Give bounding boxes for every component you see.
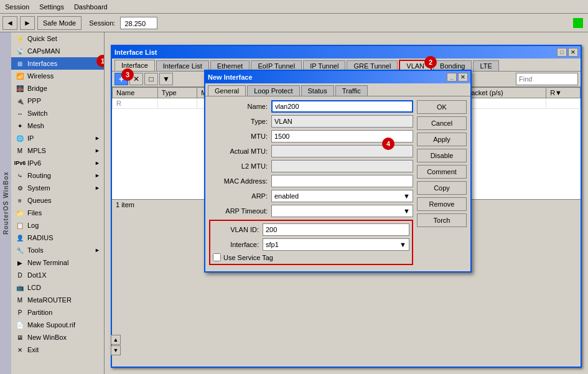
menu-settings[interactable]: Settings <box>34 2 69 12</box>
arp-label: ARP: <box>209 192 271 200</box>
sidebar-item-radius[interactable]: 👤 RADIUS <box>11 231 104 244</box>
dialog-close-button[interactable]: ✕ <box>458 73 468 82</box>
find-input[interactable] <box>516 73 578 85</box>
mpls-icon: M <box>15 146 25 156</box>
sidebar-label-wireless: Wireless <box>27 72 54 80</box>
sidebar-label-lcd: LCD <box>27 284 41 291</box>
sidebar-item-tools[interactable]: 🔧 Tools ► <box>11 244 104 256</box>
cell-type <box>157 98 197 109</box>
sidebar-item-ppp[interactable]: 🔌 PPP <box>11 95 104 107</box>
disable-button[interactable]: Disable <box>417 149 467 162</box>
arp-timeout-select[interactable]: ▼ <box>271 205 413 217</box>
vlan-id-input[interactable] <box>263 223 409 236</box>
apply-button[interactable]: Apply <box>417 133 467 146</box>
copy-button[interactable]: Copy <box>417 181 467 195</box>
sidebar-item-metarouter[interactable]: M MetaROUTER <box>11 294 104 306</box>
ip-arrow: ► <box>95 135 100 141</box>
sidebar-label-queues: Queues <box>27 197 52 204</box>
comment-button[interactable]: Comment <box>417 165 467 179</box>
name-input[interactable] <box>271 100 413 113</box>
col-header-r[interactable]: R▼ <box>546 88 581 98</box>
ok-button[interactable]: OK <box>417 100 467 114</box>
session-label: Session: <box>89 19 115 27</box>
torch-button[interactable]: Torch <box>417 213 467 227</box>
sidebar-item-routing[interactable]: ⤷ Routing ► <box>11 169 104 182</box>
sidebar-item-files[interactable]: 📁 Files <box>11 207 104 219</box>
use-service-tag-checkbox[interactable] <box>213 253 221 261</box>
tab-lte[interactable]: LTE <box>473 60 498 71</box>
back-button[interactable]: ◄ <box>2 16 17 30</box>
sidebar-item-switch[interactable]: ↔ Switch <box>11 107 104 119</box>
lcd-icon: 📺 <box>15 283 25 292</box>
sidebar-item-wireless[interactable]: 📶 Wireless <box>11 70 104 82</box>
vlan-interface-select[interactable]: sfp1 ▼ <box>263 238 409 251</box>
dialog-tab-general[interactable]: General <box>208 85 246 96</box>
winbox-label: RouterOS WinBox <box>0 32 11 374</box>
ipv6-arrow: ► <box>95 160 100 166</box>
arp-select[interactable]: enabled ▼ <box>271 190 413 202</box>
add-button[interactable]: + 3 <box>114 73 128 85</box>
sidebar-label-ip: IP <box>27 134 34 142</box>
scroll-up-button[interactable]: ▲ <box>111 335 121 345</box>
sidebar-item-exit[interactable]: ✕ Exit <box>11 344 104 356</box>
sidebar-item-queues[interactable]: ≡ Queues <box>11 194 104 207</box>
sidebar-item-capsman[interactable]: 📡 CAPsMAN <box>11 45 104 57</box>
scroll-down-button[interactable]: ▼ <box>111 345 121 355</box>
sidebar-item-mesh[interactable]: ✦ Mesh <box>11 119 104 132</box>
menu-dashboard[interactable]: Dashboard <box>69 2 113 12</box>
sidebar-item-ipv6[interactable]: IPv6 IPv6 ► <box>11 157 104 169</box>
l2-mtu-row: L2 MTU: <box>209 160 413 172</box>
sidebar-item-new-terminal[interactable]: ▶ New Terminal <box>11 256 104 269</box>
sidebar-label-mesh: Mesh <box>27 122 44 129</box>
dialog-tab-loop-protect[interactable]: Loop Protect <box>247 85 299 96</box>
edit-toolbar-button[interactable]: □ <box>144 73 158 85</box>
tab-interface[interactable]: Interface <box>114 60 155 71</box>
sidebar-item-partition[interactable]: P Partition <box>11 306 104 319</box>
sidebar-item-new-winbox[interactable]: 🖥 New WinBox <box>11 331 104 344</box>
sidebar-item-bridge[interactable]: 🌉 Bridge <box>11 82 104 95</box>
new-interface-dialog: New Interface _ ✕ General Loop Protect S… <box>204 70 472 273</box>
sidebar-item-system[interactable]: ⚙ System ► <box>11 182 104 194</box>
sidebar: ⚡ Quick Set 📡 CAPsMAN ⊞ Interfaces 1 📶 W… <box>11 32 105 374</box>
bridge-icon: 🌉 <box>15 83 25 93</box>
routing-icon: ⤷ <box>15 171 25 180</box>
dialog-tab-traffic[interactable]: Traffic <box>335 85 368 96</box>
sidebar-item-interfaces[interactable]: ⊞ Interfaces 1 <box>11 57 104 70</box>
item-count: 1 item <box>116 201 134 208</box>
dialog-titlebar: New Interface _ ✕ <box>205 71 470 83</box>
dialog-tab-status[interactable]: Status <box>301 85 334 96</box>
cancel-button[interactable]: Cancel <box>417 116 467 130</box>
capsman-icon: 📡 <box>15 46 25 56</box>
l2-mtu-label: L2 MTU: <box>209 162 271 170</box>
sidebar-item-log[interactable]: 📋 Log <box>11 219 104 231</box>
interface-list-titlebar: Interface List □ ✕ <box>112 46 581 58</box>
window-close-button[interactable]: ✕ <box>568 48 578 57</box>
sidebar-label-ipv6: IPv6 <box>27 159 41 167</box>
metarouter-icon: M <box>15 295 25 305</box>
left-scroll: ▲ ▼ <box>111 335 121 355</box>
sidebar-item-lcd[interactable]: 📺 LCD <box>11 281 104 294</box>
new-terminal-icon: ▶ <box>15 258 25 268</box>
sidebar-item-mpls[interactable]: M MPLS ► <box>11 144 104 157</box>
window-restore-button[interactable]: □ <box>557 48 567 57</box>
filter-button[interactable]: ▼ <box>159 73 173 85</box>
wireless-icon: 📶 <box>15 71 25 81</box>
arp-row: ARP: enabled ▼ <box>209 190 413 202</box>
col-header-type[interactable]: Type <box>157 88 197 98</box>
sidebar-item-dot1x[interactable]: D Dot1X <box>11 269 104 281</box>
sidebar-label-tools: Tools <box>27 246 44 254</box>
sidebar-item-make-supout[interactable]: 📄 Make Supout.rif <box>11 319 104 331</box>
mac-address-input[interactable] <box>271 175 413 187</box>
tab-interface-list[interactable]: Interface List <box>156 60 209 71</box>
sidebar-label-ppp: PPP <box>27 97 41 105</box>
mac-address-row: MAC Address: <box>209 175 413 187</box>
forward-button[interactable]: ► <box>20 16 35 30</box>
remove-button[interactable]: Remove <box>417 197 467 211</box>
sidebar-item-ip[interactable]: 🌐 IP ► <box>11 132 104 144</box>
menu-session[interactable]: Session <box>0 2 34 12</box>
col-header-name[interactable]: Name <box>113 88 158 98</box>
sidebar-item-quick-set[interactable]: ⚡ Quick Set <box>11 32 104 45</box>
dialog-minimize-button[interactable]: _ <box>447 73 457 82</box>
vlan-section: VLAN ID: Interface: sfp1 ▼ U <box>209 220 413 265</box>
safe-mode-button[interactable]: Safe Mode <box>37 16 82 30</box>
